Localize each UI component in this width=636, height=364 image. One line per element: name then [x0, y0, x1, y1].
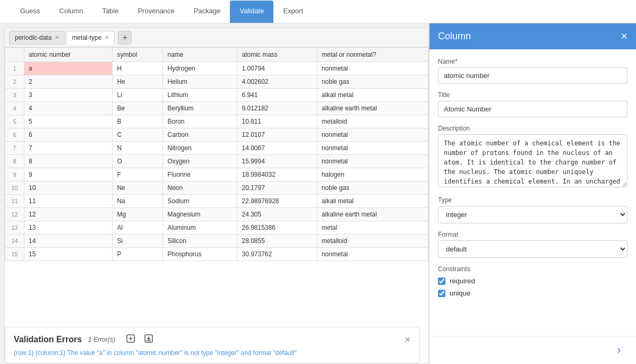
name-input[interactable] — [438, 67, 628, 84]
table-cell[interactable]: metal — [317, 221, 428, 235]
table-cell[interactable]: Si — [113, 235, 163, 248]
table-cell[interactable]: 4 — [24, 102, 113, 115]
table-cell[interactable]: 12 — [5, 208, 24, 221]
table-cell[interactable]: Magnesium — [163, 208, 237, 221]
add-tab-button[interactable]: + — [118, 31, 132, 45]
table-cell[interactable]: metalloid — [317, 235, 428, 248]
table-cell[interactable]: alkaline earth metal — [317, 102, 428, 115]
data-tab-metal[interactable]: metal-type ✕ — [66, 31, 115, 45]
table-cell[interactable]: 9 — [24, 168, 113, 181]
table-cell[interactable]: 5 — [5, 115, 24, 128]
table-cell[interactable]: Phosphorus — [163, 248, 237, 261]
table-cell[interactable]: 28.0855 — [237, 235, 317, 248]
table-cell[interactable]: 8 — [5, 155, 24, 168]
table-cell[interactable]: nonmetal — [317, 128, 428, 142]
table-cell[interactable]: 24.305 — [237, 208, 317, 221]
table-cell[interactable]: 11 — [5, 195, 24, 208]
table-cell[interactable]: Nitrogen — [163, 142, 237, 155]
metal-tab-close[interactable]: ✕ — [105, 34, 109, 40]
table-cell[interactable]: 18.9984032 — [237, 168, 317, 181]
error-export-icon[interactable] — [126, 334, 135, 345]
table-cell[interactable]: nonmetal — [317, 155, 428, 168]
table-cell[interactable]: alkaline earth metal — [317, 208, 428, 221]
table-cell[interactable]: He — [113, 75, 163, 89]
table-cell[interactable]: Boron — [163, 115, 237, 128]
tab-guess[interactable]: Guess — [11, 1, 50, 23]
title-input[interactable] — [438, 101, 628, 117]
table-cell[interactable]: 15 — [5, 248, 24, 261]
table-cell[interactable]: 1 — [5, 62, 24, 75]
table-cell[interactable]: 10 — [24, 181, 113, 195]
format-select[interactable]: default — [438, 240, 628, 258]
table-cell[interactable]: Aluminum — [163, 221, 237, 235]
table-cell[interactable]: 10 — [5, 181, 24, 195]
table-cell[interactable]: H — [113, 62, 163, 75]
table-cell[interactable]: 9.012182 — [237, 102, 317, 115]
table-cell[interactable]: F — [113, 168, 163, 181]
table-cell[interactable]: halogen — [317, 168, 428, 181]
table-cell[interactable]: 3 — [24, 89, 113, 102]
error-panel-close-button[interactable]: ✕ — [405, 335, 411, 344]
table-cell[interactable]: Beryllium — [163, 102, 237, 115]
table-cell[interactable]: nonmetal — [317, 248, 428, 261]
table-cell[interactable]: metalloid — [317, 115, 428, 128]
table-cell[interactable]: alkali metal — [317, 195, 428, 208]
table-cell[interactable]: 6 — [24, 128, 113, 142]
column-panel-close-button[interactable]: ✕ — [621, 31, 628, 41]
table-cell[interactable]: 5 — [24, 115, 113, 128]
description-textarea[interactable]: The atomic number of a chemical element … — [438, 134, 628, 187]
table-cell[interactable]: 12.0107 — [237, 128, 317, 142]
table-cell[interactable]: a — [24, 62, 113, 75]
error-message-link[interactable]: (row:1) (column:1) The value "a" in colu… — [14, 349, 411, 357]
table-cell[interactable]: 6.941 — [237, 89, 317, 102]
table-cell[interactable]: 14.0067 — [237, 142, 317, 155]
table-cell[interactable]: 13 — [24, 221, 113, 235]
table-cell[interactable]: 9 — [5, 168, 24, 181]
table-cell[interactable]: 3 — [5, 89, 24, 102]
table-cell[interactable]: 10.811 — [237, 115, 317, 128]
table-cell[interactable]: 11 — [24, 195, 113, 208]
table-cell[interactable]: C — [113, 128, 163, 142]
tab-validate[interactable]: Validate — [230, 1, 273, 23]
table-cell[interactable]: 4.002602 — [237, 75, 317, 89]
table-cell[interactable]: 8 — [24, 155, 113, 168]
required-checkbox[interactable] — [438, 278, 445, 285]
table-cell[interactable]: Neon — [163, 181, 237, 195]
table-cell[interactable]: Na — [113, 195, 163, 208]
table-cell[interactable]: 1.00794 — [237, 62, 317, 75]
table-cell[interactable]: B — [113, 115, 163, 128]
table-cell[interactable]: 15.9994 — [237, 155, 317, 168]
table-cell[interactable]: O — [113, 155, 163, 168]
table-cell[interactable]: 2 — [5, 75, 24, 89]
tab-package[interactable]: Package — [184, 1, 230, 23]
tab-provenance[interactable]: Provenance — [128, 1, 184, 23]
table-cell[interactable]: N — [113, 142, 163, 155]
periodic-tab-close[interactable]: ✕ — [55, 34, 59, 40]
table-cell[interactable]: 2 — [24, 75, 113, 89]
table-cell[interactable]: Hydrogen — [163, 62, 237, 75]
table-cell[interactable]: nonmetal — [317, 142, 428, 155]
table-cell[interactable]: alkali metal — [317, 89, 428, 102]
error-download-icon[interactable] — [144, 334, 153, 345]
table-cell[interactable]: noble gas — [317, 181, 428, 195]
table-cell[interactable]: Oxygen — [163, 155, 237, 168]
table-cell[interactable]: 22.98976928 — [237, 195, 317, 208]
table-cell[interactable]: noble gas — [317, 75, 428, 89]
table-cell[interactable]: Al — [113, 221, 163, 235]
table-cell[interactable]: 26.9815386 — [237, 221, 317, 235]
table-cell[interactable]: Helium — [163, 75, 237, 89]
data-tab-periodic[interactable]: periodic-data ✕ — [9, 31, 65, 45]
tab-export[interactable]: Export — [273, 1, 313, 23]
unique-checkbox[interactable] — [438, 290, 445, 297]
table-cell[interactable]: Carbon — [163, 128, 237, 142]
table-cell[interactable]: 15 — [24, 248, 113, 261]
table-cell[interactable]: Fluorine — [163, 168, 237, 181]
table-cell[interactable]: 7 — [5, 142, 24, 155]
table-cell[interactable]: Mg — [113, 208, 163, 221]
table-cell[interactable]: Li — [113, 89, 163, 102]
table-cell[interactable]: 4 — [5, 102, 24, 115]
table-cell[interactable]: 6 — [5, 128, 24, 142]
table-cell[interactable]: Ne — [113, 181, 163, 195]
table-cell[interactable]: 14 — [24, 235, 113, 248]
table-cell[interactable]: 12 — [24, 208, 113, 221]
